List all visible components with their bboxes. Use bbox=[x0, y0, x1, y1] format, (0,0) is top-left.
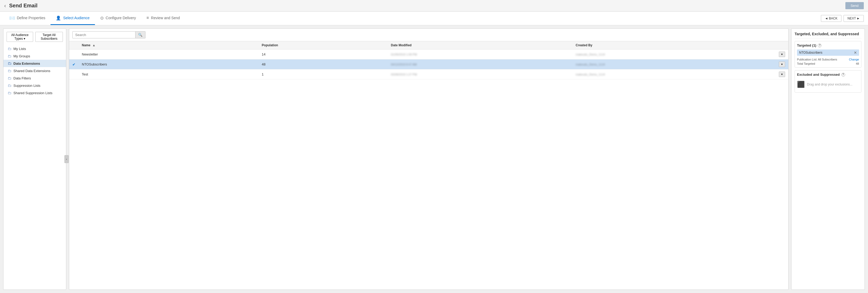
right-panel-title: Targeted, Excluded, and Suppressed bbox=[795, 32, 861, 38]
send-button[interactable]: Send bbox=[845, 2, 864, 9]
row-check-cell bbox=[69, 50, 79, 59]
targeted-item-name: NTOSubscribers bbox=[799, 51, 822, 55]
search-icon: 🔍 bbox=[138, 33, 143, 37]
sidebar-item-my-groups-label: My Groups bbox=[13, 54, 30, 58]
left-panel: All Audience Types ▾ Target All Subscrib… bbox=[3, 28, 66, 290]
row-action-cell: ▾ bbox=[776, 69, 788, 79]
table-row[interactable]: Newsletter1401/09/2019 1:09 PMmakeudu_De… bbox=[69, 50, 788, 59]
total-targeted-value: 48 bbox=[856, 62, 859, 65]
row-name-cell: Test bbox=[79, 69, 258, 79]
folder-icon: 🗀 bbox=[8, 46, 11, 51]
back-button[interactable]: ◄ BACK bbox=[821, 15, 841, 22]
tab-review-and-send-label: Review and Send bbox=[151, 16, 180, 20]
table-header-action bbox=[776, 41, 788, 50]
folder-icon: 🗀 bbox=[8, 54, 11, 58]
top-bar: ‹ Send Email Send bbox=[0, 0, 868, 11]
sort-arrow-icon: ▲ bbox=[92, 43, 95, 47]
review-and-send-icon: ≡ bbox=[147, 15, 149, 20]
targeted-section-header: Targeted (1) ? bbox=[797, 43, 859, 47]
tab-review-and-send[interactable]: ≡ Review and Send bbox=[141, 11, 185, 25]
table-header-created-by: Created By bbox=[572, 41, 776, 50]
folder-icon: 🗀 bbox=[8, 61, 11, 65]
drag-drop-icon: ⬛ bbox=[797, 81, 805, 88]
row-name-cell: Newsletter bbox=[79, 50, 258, 59]
search-button[interactable]: 🔍 bbox=[135, 31, 146, 38]
table-header-population: Population bbox=[258, 41, 388, 50]
row-selected-icon: ✔ bbox=[72, 62, 75, 67]
row-dropdown-button[interactable]: ▾ bbox=[779, 52, 785, 57]
row-created-by-cell: makeudu_Demo_1114 bbox=[572, 50, 776, 59]
tab-define-properties[interactable]: ✉️ Define Properties bbox=[4, 11, 51, 25]
sidebar-item-suppression-lists[interactable]: 🗀 Suppression Lists bbox=[3, 82, 66, 89]
row-action-cell: ▾ bbox=[776, 50, 788, 59]
page-title: Send Email bbox=[9, 3, 845, 9]
targeted-help-icon[interactable]: ? bbox=[818, 44, 822, 47]
tab-configure-delivery-label: Configure Delivery bbox=[106, 16, 136, 20]
sidebar-item-my-groups[interactable]: 🗀 My Groups bbox=[3, 52, 66, 60]
table-header-name[interactable]: Name ▲ bbox=[79, 41, 258, 50]
targeted-section: Targeted (1) ? NTOSubscribers ✕ Publicat… bbox=[795, 41, 861, 68]
folder-icon: 🗀 bbox=[8, 84, 11, 88]
sidebar-item-data-extensions[interactable]: 🗀 Data Extensions bbox=[3, 60, 66, 67]
search-bar: 🔍 bbox=[69, 29, 788, 41]
publication-info: Publication List: All Subscribers Change bbox=[797, 58, 859, 61]
row-check-cell: ✔ bbox=[69, 59, 79, 69]
search-input[interactable] bbox=[72, 31, 135, 38]
audience-type-dropdown[interactable]: All Audience Types ▾ bbox=[7, 32, 33, 42]
sidebar-item-suppression-lists-label: Suppression Lists bbox=[13, 84, 40, 88]
table-header-date-modified: Date Modified bbox=[388, 41, 572, 50]
configure-delivery-icon: ⊙ bbox=[100, 15, 104, 21]
sidebar-item-shared-suppression-lists[interactable]: 🗀 Shared Suppression Lists bbox=[3, 89, 66, 97]
sidebar-item-data-extensions-label: Data Extensions bbox=[13, 62, 40, 65]
folder-icon: 🗀 bbox=[8, 76, 11, 80]
row-date-modified-cell: 03/08/2019 1:27 PM bbox=[388, 69, 572, 79]
sidebar-item-shared-suppression-lists-label: Shared Suppression Lists bbox=[13, 91, 52, 95]
row-population-cell: 14 bbox=[258, 50, 388, 59]
excluded-section: Excluded and Suppressed ? ⬛ Drag and dro… bbox=[795, 70, 861, 93]
left-panel-top: All Audience Types ▾ Target All Subscrib… bbox=[3, 32, 66, 45]
remove-targeted-item-button[interactable]: ✕ bbox=[854, 51, 857, 55]
table-row[interactable]: ✔NTOSubscribers4804/12/2019 8:47 AMmakeu… bbox=[69, 59, 788, 69]
wizard-nav-buttons: ◄ BACK NEXT ► bbox=[821, 15, 864, 22]
tab-define-properties-label: Define Properties bbox=[17, 16, 45, 20]
sidebar-item-shared-data-extensions-label: Shared Data Extensions bbox=[13, 69, 50, 73]
next-button[interactable]: NEXT ► bbox=[843, 15, 864, 22]
sidebar-item-shared-data-extensions[interactable]: 🗀 Shared Data Extensions bbox=[3, 67, 66, 74]
row-date-modified-cell: 04/12/2019 8:47 AM bbox=[388, 59, 572, 69]
wizard-bar: ✉️ Define Properties 👤 Select Audience ⊙… bbox=[0, 11, 868, 25]
tab-select-audience-label: Select Audience bbox=[63, 16, 89, 20]
back-arrow-icon[interactable]: ‹ bbox=[4, 3, 6, 9]
table-header-row: Name ▲ Population Date Modified Created … bbox=[69, 41, 788, 50]
targeted-item: NTOSubscribers ✕ bbox=[797, 50, 859, 56]
define-properties-icon: ✉️ bbox=[9, 15, 15, 21]
excluded-help-icon[interactable]: ? bbox=[841, 73, 845, 76]
row-created-by-cell: makeudu_Demo_1114 bbox=[572, 69, 776, 79]
row-dropdown-button[interactable]: ▾ bbox=[779, 62, 785, 67]
row-action-cell: ▾ bbox=[776, 59, 788, 69]
row-name-cell: NTOSubscribers bbox=[79, 59, 258, 69]
excluded-section-header: Excluded and Suppressed ? bbox=[797, 73, 859, 76]
total-targeted: Total Targeted 48 bbox=[797, 62, 859, 65]
row-date-modified-cell: 01/09/2019 1:09 PM bbox=[388, 50, 572, 59]
row-check-cell bbox=[69, 69, 79, 79]
row-created-by-cell: makeudu_Demo_1114 bbox=[572, 59, 776, 69]
table-header-select bbox=[69, 41, 79, 50]
select-audience-icon: 👤 bbox=[56, 15, 61, 21]
sidebar-item-my-lists[interactable]: 🗀 My Lists bbox=[3, 45, 66, 52]
change-publication-list-link[interactable]: Change bbox=[849, 58, 859, 61]
table-row[interactable]: Test103/08/2019 1:27 PMmakeudu_Demo_1114… bbox=[69, 69, 788, 79]
drag-drop-hint: ⬛ Drag and drop your exclusions... bbox=[797, 79, 859, 90]
tab-select-audience[interactable]: 👤 Select Audience bbox=[51, 11, 95, 25]
data-table: Name ▲ Population Date Modified Created … bbox=[69, 41, 788, 79]
folder-icon: 🗀 bbox=[8, 69, 11, 73]
row-population-cell: 48 bbox=[258, 59, 388, 69]
row-dropdown-button[interactable]: ▾ bbox=[779, 71, 785, 77]
sidebar-item-data-filters[interactable]: 🗀 Data Filters bbox=[3, 74, 66, 82]
collapse-handle[interactable]: ‹ bbox=[64, 155, 69, 163]
folder-icon: 🗀 bbox=[8, 91, 11, 95]
right-panel: Targeted, Excluded, and Suppressed Targe… bbox=[791, 28, 865, 290]
target-all-subscribers-button[interactable]: Target All Subscribers bbox=[35, 32, 63, 42]
nav-tree: 🗀 My Lists 🗀 My Groups 🗀 Data Extensions… bbox=[3, 45, 66, 97]
tab-configure-delivery[interactable]: ⊙ Configure Delivery bbox=[95, 11, 141, 25]
middle-panel: 🔍 Name ▲ Population Date Modified bbox=[69, 28, 788, 290]
